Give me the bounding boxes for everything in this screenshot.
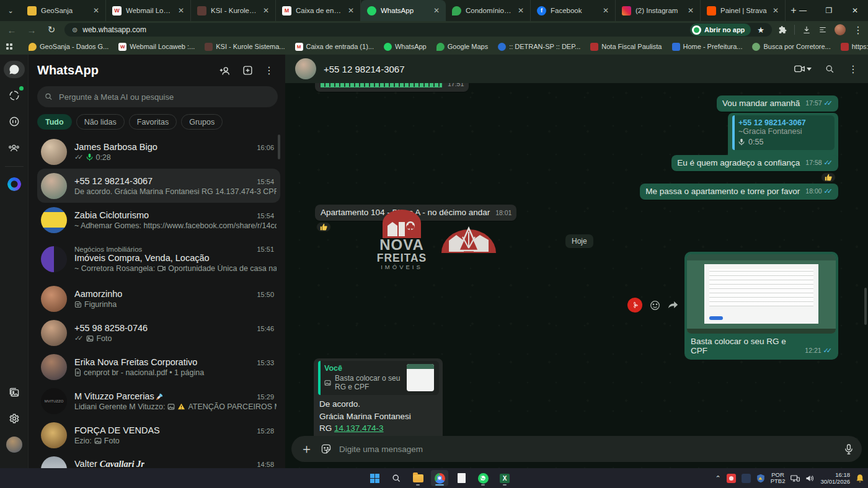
network-icon[interactable] [790,474,800,482]
sidebar-menu-icon[interactable]: ⋮ [264,64,274,76]
sticker-emoji-icon[interactable] [321,443,332,455]
thumbs-up-reaction[interactable] [821,172,836,182]
bookmark-notafiscal[interactable]: Nota Fiscal Paulista [587,43,665,51]
reading-list-icon[interactable] [818,25,827,34]
chat-list-item[interactable]: FORÇA DE VENDAS15:28 Ezio: Foto [37,418,280,452]
bookmark-googlemaps[interactable]: Google Maps [433,43,492,51]
open-in-app-button[interactable]: Abrir no app [690,24,751,36]
communities-icon[interactable] [4,139,25,156]
tab-close-icon[interactable]: ✕ [262,6,270,15]
new-chat-icon[interactable] [242,65,253,76]
quoted-message[interactable]: +55 12 98214-3067 ~Gracia Fontanesi 0:55 [732,115,835,150]
tab-close-icon[interactable]: ✕ [432,6,441,15]
bookmark-corretores[interactable]: Busca por Corretore... [748,43,834,51]
chat-list-item[interactable]: Erika Nova Freitas Corporativo15:33 cenp… [37,350,280,384]
apps-grid-icon[interactable] [6,43,12,50]
message-input[interactable] [339,445,837,454]
bookmark-webmail[interactable]: WWebmail Locaweb :... [115,43,198,51]
tab-gmail[interactable]: M Caixa de entrada - ca ✕ [276,0,361,21]
extensions-icon[interactable] [778,25,787,34]
search-in-chat-icon[interactable] [825,64,835,74]
voice-record-mic-icon[interactable] [844,444,853,455]
tab-close-icon[interactable]: ✕ [347,6,355,15]
anydesk-tray-icon[interactable] [727,474,736,483]
bookmark-detran[interactable]: :: DETRAN-SP :: DEP... [494,43,584,51]
message-outgoing[interactable]: Eu é quem agradeço a confiança 17:58 ✓✓ [671,155,838,171]
tab-close-icon[interactable]: ✕ [771,6,780,15]
close-window-button[interactable]: ✕ [842,0,868,21]
contact-avatar[interactable] [295,58,316,79]
back-button[interactable]: ← [5,25,19,35]
scrollbar-thumb[interactable] [278,135,280,159]
tab-close-icon[interactable]: ✕ [177,6,185,15]
start-button[interactable] [366,470,383,486]
volume-icon[interactable] [805,474,815,482]
minimize-button[interactable]: — [790,0,816,21]
forward-button[interactable]: → [25,25,38,35]
chats-tab-icon[interactable] [4,61,25,78]
attach-plus-icon[interactable]: ＋ [300,440,313,458]
downloads-icon[interactable] [802,25,811,34]
meta-ai-icon[interactable] [4,175,25,193]
site-info-icon[interactable]: ⊜ [72,26,78,34]
bookmark-geoseg[interactable]: https://geosegovpla... [837,43,868,51]
bookmark-prefeitura[interactable]: Home - Prefeitura... [668,43,746,51]
chat-list-item[interactable]: MVITUZZO M Vituzzo Parcerias15:29 Lidian… [37,384,280,418]
reload-button[interactable]: ↻ [45,24,58,35]
chat-list-item-selected[interactable]: +55 12 98214-306715:54 De acordo. Grácia… [37,169,280,203]
settings-gear-icon[interactable] [4,410,25,427]
tab-geosanja[interactable]: GeoSanja ✕ [21,0,106,21]
adobe-pdf-icon[interactable] [627,298,642,313]
tab-ksi[interactable]: KSI - Kurole Sistema ✕ [191,0,276,21]
bookmark-gmail[interactable]: MCaixa de entrada (1)... [291,43,378,51]
file-explorer-icon[interactable] [409,470,427,486]
notification-bell-icon[interactable] [856,474,864,483]
new-contact-icon[interactable] [219,66,231,76]
tab-facebook[interactable]: f Facebook ✕ [531,0,616,21]
bookmark-geosanja[interactable]: GeoSanja - Dados G... [25,43,112,51]
bookmark-star-icon[interactable]: ★ [757,25,764,35]
filter-unread[interactable]: Não lidas [76,114,125,130]
search-input[interactable] [59,92,270,102]
search-bar[interactable] [37,86,278,107]
clock[interactable]: 16:1830/01/2026 [820,471,850,486]
tab-close-icon[interactable]: ✕ [601,6,610,15]
browser-menu-icon[interactable]: ⋮ [853,24,863,36]
profile-avatar[interactable] [835,24,846,35]
address-bar[interactable]: ⊜ web.whatsapp.com Abrir no app ★ [64,23,772,37]
profile-avatar[interactable] [4,436,25,453]
language-indicator[interactable]: PORPTB2 [771,472,786,485]
tab-close-icon[interactable]: ✕ [686,6,695,15]
message-composer[interactable]: ＋ [291,436,862,462]
chat-list-item[interactable]: Aamorzinho15:50 Figurinha [37,282,280,316]
sticker-nova-freitas-logo[interactable]: NOVA FREITAS IMÓVEIS [372,210,505,279]
filter-groups[interactable]: Grupos [181,114,223,130]
tab-condominio[interactable]: Condomínio Edifício ✕ [446,0,531,21]
channels-icon[interactable] [4,113,25,130]
video-call-icon[interactable] [794,65,812,73]
chat-menu-icon[interactable]: ⋮ [848,63,858,75]
filter-favorites[interactable]: Favoritas [129,114,177,130]
chat-list-item[interactable]: +55 98 8258-074615:46 ✓✓ Foto [37,316,280,350]
archived-media-icon[interactable] [4,384,25,401]
chat-list-item[interactable]: Zabia Cicloturismo15:54 ~ Adhemar Gomes:… [37,203,280,237]
security-shield-icon[interactable] [756,474,765,483]
bookmark-ksi[interactable]: KSI - Kurole Sistema... [201,43,288,51]
tab-close-icon[interactable]: ✕ [92,6,100,15]
app-tray-icon[interactable] [742,474,751,483]
chrome-icon[interactable] [431,470,448,486]
thumbs-up-reaction[interactable] [316,222,331,232]
rg-link[interactable]: 14.137.474-3 [334,424,384,433]
quoted-message[interactable]: Você Basta colocar o seu RG e CPF [318,361,439,395]
notepad-icon[interactable] [453,470,470,486]
message-outgoing[interactable]: Vou mandar amanhã 17:57 ✓✓ [717,95,838,112]
forward-icon[interactable] [668,301,678,309]
contact-name[interactable]: +55 12 98214-3067 [324,64,405,74]
excel-icon[interactable]: X [496,470,513,486]
react-emoji-icon[interactable] [650,300,660,311]
conversation-header[interactable]: +55 12 98214-3067 ⋮ [285,55,868,83]
bookmark-whatsapp[interactable]: WhatsApp [380,43,430,51]
tab-instagram[interactable]: (2) Instagram ✕ [616,0,701,21]
restore-button[interactable]: ❐ [816,0,842,21]
message-outgoing[interactable]: Me passa o apartamento e torre por favor… [640,184,838,200]
